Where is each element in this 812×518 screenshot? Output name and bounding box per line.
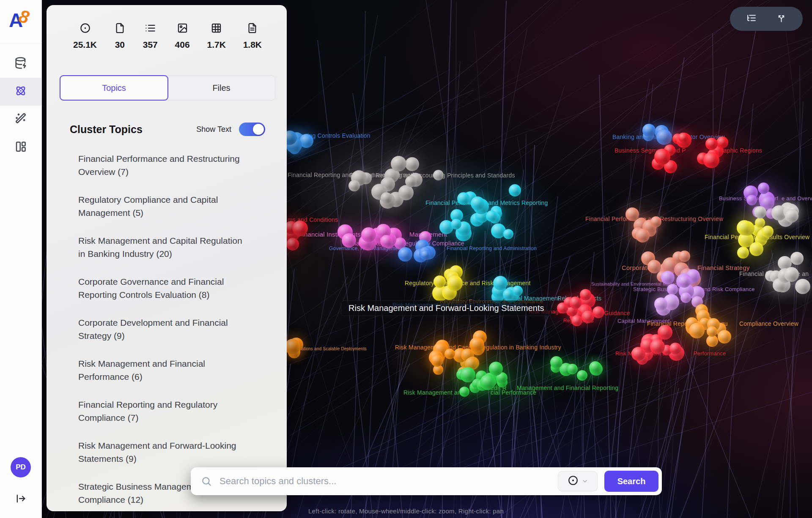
cluster-dot[interactable] <box>678 275 691 288</box>
tab-files[interactable]: Files <box>168 76 275 100</box>
cluster-dot[interactable] <box>636 229 650 243</box>
cluster-dot[interactable] <box>785 209 798 223</box>
logout-button[interactable] <box>15 493 27 506</box>
show-text-toggle[interactable] <box>239 123 265 136</box>
cluster-dot[interactable] <box>292 221 308 236</box>
cluster-dot[interactable] <box>795 279 810 294</box>
cluster-dot[interactable] <box>431 354 443 367</box>
tab-topics[interactable]: Topics <box>60 75 168 101</box>
topic-list-item[interactable]: Risk Management and Financial Performanc… <box>78 357 243 383</box>
cluster-dot[interactable] <box>718 330 731 344</box>
cluster-dot[interactable] <box>642 124 656 137</box>
cluster-dot[interactable] <box>593 306 604 318</box>
cluster-dot[interactable] <box>471 196 485 210</box>
cluster-dot[interactable] <box>459 387 469 397</box>
topic-list-item[interactable]: Regulatory Compliance and Capital Manage… <box>78 193 243 219</box>
cluster-dot[interactable] <box>480 374 496 390</box>
search-button[interactable]: Search <box>604 471 658 492</box>
cluster-dot[interactable] <box>405 157 419 171</box>
topic-list-item[interactable]: Corporate Governance and Financial Repor… <box>78 275 243 301</box>
cluster-dot[interactable] <box>669 343 681 354</box>
cluster-dot[interactable] <box>286 238 299 251</box>
cluster-dot[interactable] <box>762 226 774 237</box>
cluster-dot[interactable] <box>749 242 763 256</box>
cluster-dot[interactable] <box>509 184 521 196</box>
cluster-dot[interactable] <box>342 233 356 248</box>
app-logo[interactable]: A 8 <box>0 0 41 44</box>
cluster-dot[interactable] <box>631 347 645 361</box>
cluster-dot[interactable] <box>381 192 392 204</box>
cluster-dot[interactable] <box>737 247 749 259</box>
avatar[interactable]: PD <box>11 457 31 477</box>
cluster-dot[interactable] <box>582 311 594 323</box>
cluster-dot[interactable] <box>667 284 678 295</box>
cluster-dot[interactable] <box>569 297 582 309</box>
cluster-dot[interactable] <box>503 289 514 300</box>
cluster-dot[interactable] <box>679 251 690 262</box>
cluster-dot[interactable] <box>580 289 591 300</box>
cluster-dot[interactable] <box>754 206 766 218</box>
stat-points: 25.1K <box>73 22 97 50</box>
cluster-dot[interactable] <box>503 229 513 239</box>
cluster-dot[interactable] <box>650 216 661 227</box>
cluster-dot[interactable] <box>654 297 667 311</box>
cluster-dot[interactable] <box>447 275 463 291</box>
cluster-dot[interactable] <box>460 367 475 382</box>
cluster-dot[interactable] <box>493 276 508 290</box>
search-input[interactable] <box>219 475 551 487</box>
cluster-dot[interactable] <box>680 292 691 303</box>
list-tree-icon[interactable] <box>746 13 757 25</box>
cluster-dot[interactable] <box>716 136 728 148</box>
cluster-dot[interactable] <box>758 183 769 194</box>
cluster-dot[interactable] <box>656 129 672 145</box>
cluster-dot[interactable] <box>486 210 497 222</box>
cluster-dot[interactable] <box>707 326 717 337</box>
topic-list-item[interactable]: Financial Performance and Restructuring … <box>78 152 243 178</box>
topic-list-item[interactable]: Corporate Development and Financial Stra… <box>78 316 243 342</box>
cluster-dot[interactable] <box>391 156 406 172</box>
cluster-dot[interactable] <box>790 252 804 265</box>
cluster-dot[interactable] <box>489 362 503 376</box>
cluster-dot[interactable] <box>405 176 417 187</box>
cluster-dot[interactable] <box>451 219 461 229</box>
cluster-dot[interactable] <box>706 335 718 347</box>
cluster-dot[interactable] <box>361 227 376 242</box>
cluster-dot[interactable] <box>433 170 444 180</box>
cluster-dot[interactable] <box>654 149 670 165</box>
sidebar-item-clusters[interactable] <box>0 78 41 106</box>
cluster-dot[interactable] <box>285 339 300 354</box>
cluster-dot[interactable] <box>567 364 578 374</box>
cluster-dot[interactable] <box>705 138 718 150</box>
cluster-dot[interactable] <box>550 356 562 368</box>
cluster-dot[interactable] <box>689 323 705 338</box>
cluster-dot[interactable] <box>755 218 765 228</box>
topic-list-item[interactable]: Risk Management and Forward-Looking Stat… <box>78 439 243 465</box>
cluster-dot[interactable] <box>398 247 412 262</box>
search-scope-dropdown[interactable] <box>558 471 598 491</box>
sidebar-item-data-sources[interactable] <box>0 50 41 78</box>
cluster-dot[interactable] <box>650 339 665 354</box>
topic-list-item[interactable]: Risk Management and Capital Regulation i… <box>78 234 243 260</box>
cluster-dot[interactable] <box>380 235 393 248</box>
cluster-dot[interactable] <box>625 207 639 221</box>
cluster-dot[interactable] <box>348 180 360 191</box>
cluster-dot[interactable] <box>457 192 470 205</box>
cluster-dot[interactable] <box>444 349 455 359</box>
cluster-dot[interactable] <box>784 267 799 282</box>
cluster-dot[interactable] <box>746 195 757 205</box>
cluster-dot[interactable] <box>678 133 689 143</box>
cluster-dot[interactable] <box>398 185 414 200</box>
cluster-dot[interactable] <box>737 220 752 235</box>
cluster-dot[interactable] <box>577 370 587 381</box>
cluster-dot[interactable] <box>661 271 675 284</box>
split-branch-icon[interactable] <box>776 13 787 25</box>
topic-list-item[interactable]: Financial Reporting and Regulatory Compl… <box>78 398 243 424</box>
sidebar-item-dashboard[interactable] <box>0 134 41 161</box>
clusters-panel: 25.1K 30 357 <box>47 5 287 511</box>
cluster-dot[interactable] <box>433 275 446 288</box>
cluster-dot[interactable] <box>589 361 601 374</box>
cluster-dot[interactable] <box>703 152 719 168</box>
sidebar-item-enrichment[interactable] <box>0 106 41 134</box>
cluster-dot[interactable] <box>420 250 431 260</box>
cluster-dot[interactable] <box>571 315 582 326</box>
